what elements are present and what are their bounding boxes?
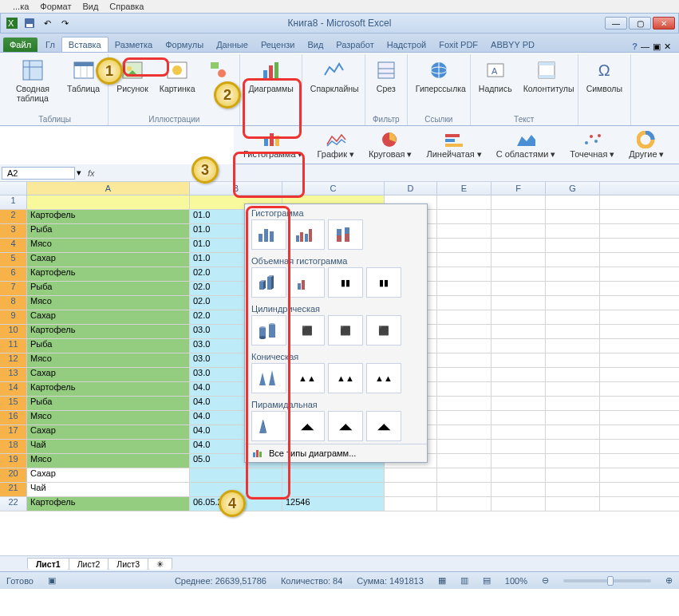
doc-minimize-icon[interactable]: — bbox=[641, 41, 649, 52]
tab-addins[interactable]: Надстрой bbox=[381, 38, 432, 52]
cell[interactable] bbox=[491, 210, 546, 223]
cell[interactable] bbox=[190, 468, 282, 482]
cell[interactable] bbox=[546, 325, 600, 338]
cell[interactable] bbox=[546, 239, 600, 252]
cell[interactable] bbox=[437, 339, 491, 353]
cell[interactable]: 12546 bbox=[282, 497, 385, 511]
cell[interactable]: Картофель bbox=[27, 267, 190, 281]
cell[interactable] bbox=[282, 468, 385, 482]
cell[interactable] bbox=[385, 497, 437, 511]
col-header[interactable]: C bbox=[282, 182, 385, 195]
cell[interactable] bbox=[491, 425, 546, 439]
tab-foxit[interactable]: Foxit PDF bbox=[432, 38, 484, 52]
chart-option[interactable]: ◢◣ bbox=[328, 411, 363, 441]
view-normal-icon[interactable]: ▦ bbox=[438, 575, 446, 586]
cell[interactable] bbox=[546, 296, 600, 310]
menu-item[interactable]: ...ка bbox=[13, 2, 29, 11]
cell[interactable] bbox=[282, 483, 385, 496]
zoom-level[interactable]: 100% bbox=[505, 576, 527, 586]
row-header[interactable]: 11 bbox=[0, 339, 27, 353]
cell[interactable] bbox=[546, 425, 600, 439]
row-header[interactable]: 20 bbox=[0, 468, 27, 482]
cell[interactable] bbox=[546, 468, 600, 482]
row-header[interactable]: 7 bbox=[0, 282, 27, 295]
chart-option[interactable] bbox=[251, 315, 286, 346]
menu-item[interactable]: Формат bbox=[40, 2, 71, 11]
cell[interactable]: Мясо bbox=[27, 353, 190, 367]
macro-record-icon[interactable]: ▣ bbox=[48, 575, 56, 586]
row-header[interactable]: 9 bbox=[0, 310, 27, 324]
sheet-tab[interactable]: Лист3 bbox=[108, 558, 148, 570]
histogram-button[interactable]: Гистограмма ▾ bbox=[239, 129, 307, 160]
row-header[interactable]: 10 bbox=[0, 325, 27, 338]
charts-button[interactable]: Диаграммы bbox=[245, 56, 296, 96]
cell[interactable]: Рыба bbox=[27, 224, 190, 238]
tab-layout[interactable]: Разметка bbox=[109, 38, 160, 52]
cell[interactable] bbox=[491, 296, 546, 310]
undo-icon[interactable]: ↶ bbox=[41, 17, 53, 30]
tab-data[interactable]: Данные bbox=[210, 38, 255, 52]
row-header[interactable]: 22 bbox=[0, 497, 27, 511]
tab-file[interactable]: Файл bbox=[3, 38, 38, 52]
cell[interactable] bbox=[437, 368, 491, 381]
cell[interactable]: Мясо bbox=[27, 239, 190, 252]
cell[interactable]: Картофель bbox=[27, 325, 190, 338]
chart-option[interactable] bbox=[251, 363, 286, 393]
chart-option[interactable]: ◢◣ bbox=[366, 411, 401, 441]
clipart-button[interactable]: Картинка bbox=[156, 56, 199, 96]
chart-option[interactable] bbox=[290, 219, 325, 250]
tab-developer[interactable]: Разработ bbox=[330, 38, 380, 52]
cell[interactable] bbox=[546, 339, 600, 353]
cell[interactable] bbox=[546, 382, 600, 396]
view-layout-icon[interactable]: ▥ bbox=[460, 575, 468, 586]
slicer-button[interactable]: Срез bbox=[370, 56, 402, 96]
cell[interactable]: Картофель bbox=[27, 382, 190, 396]
cell[interactable] bbox=[546, 440, 600, 453]
cell[interactable] bbox=[27, 195, 190, 209]
header-footer-button[interactable]: Колонтитулы bbox=[520, 56, 573, 96]
row-header[interactable]: 8 bbox=[0, 296, 27, 310]
cell[interactable] bbox=[437, 411, 491, 424]
row-header[interactable]: 3 bbox=[0, 224, 27, 238]
row-header[interactable]: 21 bbox=[0, 483, 27, 496]
cell[interactable] bbox=[491, 382, 546, 396]
cell[interactable] bbox=[546, 497, 600, 511]
cell[interactable] bbox=[546, 454, 600, 468]
chart-option[interactable]: ▲▲ bbox=[328, 363, 363, 393]
cell[interactable] bbox=[491, 483, 546, 496]
menu-item[interactable]: Вид bbox=[82, 2, 98, 11]
row-header[interactable]: 19 bbox=[0, 454, 27, 468]
shapes-button[interactable] bbox=[203, 56, 235, 85]
sparklines-button[interactable]: Спарклайны bbox=[307, 56, 360, 96]
tab-insert[interactable]: Вставка bbox=[61, 37, 109, 52]
cell[interactable]: Мясо bbox=[27, 411, 190, 424]
tab-abbyy[interactable]: ABBYY PD bbox=[484, 38, 541, 52]
chart-option[interactable] bbox=[251, 411, 286, 441]
new-sheet-tab[interactable]: ✳ bbox=[148, 558, 172, 570]
hyperlink-button[interactable]: Гиперссылка bbox=[413, 56, 465, 96]
cell[interactable]: Картофель bbox=[27, 210, 190, 223]
table-row[interactable]: 21 Чай bbox=[0, 483, 679, 497]
cell[interactable] bbox=[546, 253, 600, 267]
row-header[interactable]: 14 bbox=[0, 382, 27, 396]
cell[interactable] bbox=[491, 253, 546, 267]
cell[interactable] bbox=[437, 253, 491, 267]
col-header[interactable]: G bbox=[546, 182, 600, 195]
cell[interactable] bbox=[491, 454, 546, 468]
cell[interactable] bbox=[437, 224, 491, 238]
cell[interactable] bbox=[546, 282, 600, 295]
cell[interactable] bbox=[546, 483, 600, 496]
row-header[interactable]: 18 bbox=[0, 440, 27, 453]
cell[interactable] bbox=[437, 497, 491, 511]
other-charts-button[interactable]: Другие ▾ bbox=[624, 129, 669, 160]
cell[interactable]: Чай bbox=[27, 483, 190, 496]
cell[interactable] bbox=[546, 267, 600, 281]
cell[interactable] bbox=[437, 468, 491, 482]
tab-home[interactable]: Гл bbox=[39, 38, 61, 52]
scatter-chart-button[interactable]: Точечная ▾ bbox=[565, 129, 619, 160]
cell[interactable] bbox=[491, 411, 546, 424]
cell[interactable]: Рыба bbox=[27, 282, 190, 295]
fx-icon[interactable]: fx bbox=[81, 168, 101, 178]
col-header[interactable]: D bbox=[385, 182, 437, 195]
help-icon[interactable]: ? bbox=[632, 41, 638, 52]
